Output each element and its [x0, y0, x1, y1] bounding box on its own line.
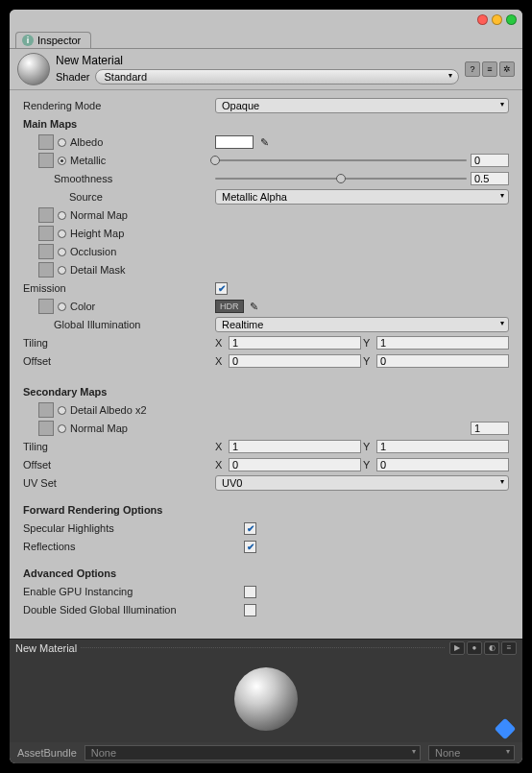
- minimize-window-icon[interactable]: [492, 14, 502, 25]
- preview-title: New Material: [15, 642, 77, 654]
- secondary-normalmap-label: Normal Map: [70, 423, 128, 434]
- detail-albedo-radio[interactable]: [58, 406, 66, 415]
- y-label: Y: [363, 459, 375, 471]
- inspector-window: i Inspector New Material Shader Standard…: [10, 10, 522, 763]
- albedo-radio[interactable]: [58, 138, 66, 147]
- double-sided-gi-label: Double Sided Global Illumination: [23, 604, 244, 616]
- lighting-toggle-icon[interactable]: ◐: [484, 641, 499, 655]
- offset-y-field[interactable]: [376, 354, 509, 368]
- assetbundle-variant-dropdown[interactable]: None: [428, 745, 515, 761]
- material-preview-panel: New Material ▶ ● ◐ ≡: [10, 639, 522, 742]
- tab-inspector[interactable]: i Inspector: [15, 32, 91, 48]
- occlusion-texture-slot[interactable]: [38, 244, 54, 259]
- offset-label: Offset: [23, 355, 215, 367]
- emission-checkbox[interactable]: ✔: [215, 282, 228, 295]
- heightmap-texture-slot[interactable]: [38, 226, 54, 241]
- metallic-value-field[interactable]: [471, 154, 509, 167]
- x-label: X: [215, 337, 227, 349]
- emission-eyedropper-icon[interactable]: ✎: [248, 300, 261, 313]
- settings-gear-icon[interactable]: ✲: [499, 61, 515, 77]
- secondary-normalmap-value-field[interactable]: [471, 422, 509, 435]
- smoothness-slider[interactable]: [215, 172, 467, 185]
- info-icon: i: [22, 35, 34, 46]
- y-label: Y: [363, 337, 375, 349]
- heightmap-label: Height Map: [70, 228, 124, 239]
- material-thumbnail-icon[interactable]: [17, 53, 50, 85]
- rendering-mode-label: Rendering Mode: [23, 100, 215, 111]
- offset-x-field[interactable]: [229, 354, 361, 368]
- source-label: Source: [23, 191, 215, 203]
- assetbundle-name-dropdown[interactable]: None: [85, 745, 421, 761]
- forward-rendering-title: Forward Rendering Options: [23, 504, 215, 516]
- zoom-window-icon[interactable]: [506, 14, 517, 25]
- play-icon[interactable]: ▶: [449, 641, 465, 655]
- smoothness-value-field[interactable]: [471, 172, 509, 185]
- metallic-radio[interactable]: [58, 157, 66, 165]
- hdr-badge[interactable]: HDR: [215, 300, 244, 313]
- double-sided-gi-checkbox[interactable]: [244, 604, 256, 616]
- normalmap-texture-slot[interactable]: [38, 207, 54, 223]
- metallic-slider[interactable]: [215, 154, 467, 167]
- secondary-offset-y-field[interactable]: [376, 458, 509, 471]
- tab-label: Inspector: [37, 35, 81, 46]
- uvset-dropdown[interactable]: UV0: [215, 475, 509, 491]
- secondary-tiling-label: Tiling: [23, 441, 215, 452]
- presets-icon[interactable]: ≡: [482, 61, 497, 77]
- reference-icon[interactable]: ?: [465, 61, 480, 77]
- albedo-color-swatch[interactable]: [215, 135, 254, 149]
- asset-label-tag-icon[interactable]: [495, 718, 517, 740]
- window-titlebar: [10, 10, 522, 29]
- y-label: Y: [363, 441, 375, 452]
- emission-color-texture-slot[interactable]: [38, 299, 54, 314]
- specular-label: Specular Highlights: [23, 522, 244, 534]
- assetbundle-bar: AssetBundle None None: [10, 742, 522, 763]
- smoothness-label: Smoothness: [23, 173, 215, 184]
- eyedropper-icon[interactable]: ✎: [257, 135, 271, 149]
- x-label: X: [215, 441, 227, 452]
- assetbundle-label: AssetBundle: [17, 747, 77, 759]
- secondary-offset-x-field[interactable]: [229, 458, 361, 471]
- secondary-normalmap-radio[interactable]: [58, 424, 66, 433]
- heightmap-radio[interactable]: [58, 229, 66, 238]
- tab-row: i Inspector: [10, 29, 522, 48]
- tiling-x-field[interactable]: [229, 336, 361, 350]
- gpu-instancing-checkbox[interactable]: [244, 586, 256, 598]
- gi-dropdown[interactable]: Realtime: [215, 317, 509, 332]
- preview-menu-icon[interactable]: ≡: [501, 641, 517, 655]
- reflections-checkbox[interactable]: ✔: [244, 541, 256, 553]
- detail-albedo-label: Detail Albedo x2: [70, 404, 147, 416]
- x-label: X: [215, 459, 227, 471]
- material-name: New Material: [56, 54, 459, 67]
- secondary-normalmap-texture-slot[interactable]: [38, 421, 54, 436]
- specular-checkbox[interactable]: ✔: [244, 522, 256, 535]
- material-preview-sphere[interactable]: [234, 667, 298, 731]
- shader-dropdown[interactable]: Standard: [95, 69, 459, 85]
- close-window-icon[interactable]: [477, 14, 488, 25]
- occlusion-label: Occlusion: [70, 246, 116, 257]
- gi-label: Global Illumination: [23, 319, 215, 330]
- detail-albedo-texture-slot[interactable]: [38, 402, 54, 418]
- detailmask-radio[interactable]: [58, 266, 66, 275]
- detailmask-label: Detail Mask: [70, 264, 125, 276]
- preview-divider: [81, 647, 446, 648]
- occlusion-radio[interactable]: [58, 248, 66, 256]
- gpu-instancing-label: Enable GPU Instancing: [23, 586, 244, 597]
- tiling-y-field[interactable]: [376, 336, 509, 350]
- normalmap-radio[interactable]: [58, 211, 66, 220]
- y-label: Y: [363, 355, 375, 367]
- rendering-mode-dropdown[interactable]: Opaque: [215, 98, 509, 113]
- main-maps-title: Main Maps: [23, 118, 215, 130]
- detailmask-texture-slot[interactable]: [38, 262, 54, 278]
- albedo-texture-slot[interactable]: [38, 134, 54, 150]
- secondary-tiling-x-field[interactable]: [229, 440, 361, 453]
- emission-color-radio[interactable]: [58, 302, 66, 311]
- shader-label: Shader: [56, 71, 89, 83]
- sphere-view-icon[interactable]: ●: [467, 641, 482, 655]
- source-dropdown[interactable]: Metallic Alpha: [215, 189, 509, 205]
- reflections-label: Reflections: [23, 541, 244, 552]
- emission-label: Emission: [23, 282, 215, 294]
- secondary-maps-title: Secondary Maps: [23, 386, 215, 398]
- secondary-tiling-y-field[interactable]: [376, 440, 509, 453]
- uvset-label: UV Set: [23, 477, 215, 489]
- metallic-texture-slot[interactable]: [38, 153, 54, 168]
